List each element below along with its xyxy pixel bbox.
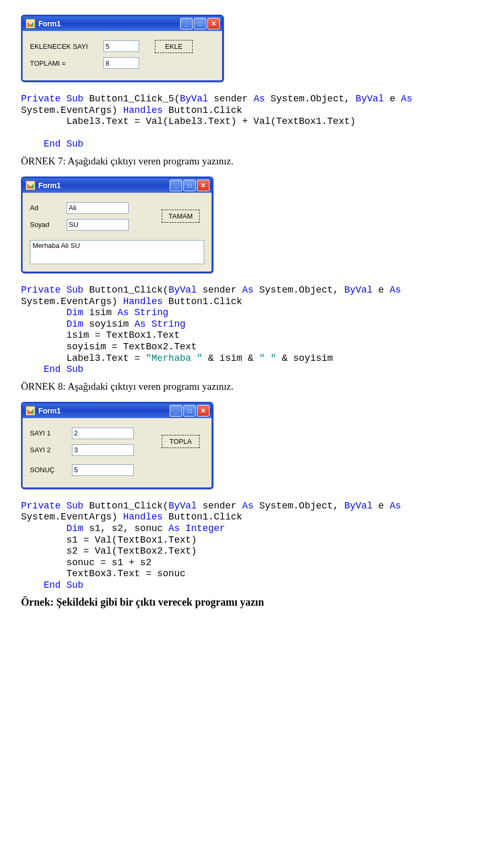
ornek-7-text: ÖRNEK 7: Aşağıdaki çıktıyı veren program… — [21, 155, 483, 167]
label-toplam: TOPLAMI = — [30, 59, 103, 67]
minimize-icon[interactable]: _ — [170, 405, 182, 417]
form3-titlebar[interactable]: Form1 _ □ ✕ — [23, 403, 212, 418]
maximize-icon[interactable]: □ — [183, 180, 196, 191]
form2-titlebar[interactable]: Form1 _ □ ✕ — [23, 178, 212, 193]
form2-title: Form1 — [38, 181, 61, 190]
label-sayi2: SAYI 2 — [30, 446, 72, 454]
minimize-icon[interactable]: _ — [180, 18, 193, 29]
input-sonuc[interactable] — [72, 464, 134, 476]
input-sayi1[interactable] — [72, 428, 134, 439]
form1-titlebar[interactable]: Form1 _ □ ✕ — [23, 16, 222, 31]
form3-title: Form1 — [38, 407, 61, 415]
ornek-last-text: Örnek: Şekildeki gibi bir çıktı verecek … — [21, 596, 483, 608]
input-ad[interactable] — [67, 202, 129, 214]
label-soyad: Soyad — [30, 221, 67, 228]
form1-window: Form1 _ □ ✕ EKLENECEK SAYI EKLE TOPLAMI … — [21, 15, 224, 82]
input-soyad[interactable] — [67, 219, 129, 231]
minimize-icon[interactable]: _ — [170, 180, 182, 191]
label-eklenecek-sayi: EKLENECEK SAYI — [30, 43, 103, 50]
close-icon[interactable]: ✕ — [197, 405, 209, 417]
app-icon — [26, 19, 35, 28]
ekle-button[interactable]: EKLE — [155, 40, 193, 53]
maximize-icon[interactable]: □ — [194, 18, 206, 29]
tamam-button[interactable]: TAMAM — [162, 210, 200, 223]
ornek-8-text: ÖRNEK 8: Aşağıdaki çıktıyı veren program… — [21, 381, 483, 392]
input-toplam[interactable] — [103, 57, 139, 69]
form2-window: Form1 _ □ ✕ Ad Soyad TAMAM — [21, 176, 213, 273]
form1-title: Form1 — [38, 19, 61, 28]
label-sonuc: SONUÇ — [30, 466, 72, 474]
input-sayi2[interactable] — [72, 444, 134, 456]
code-block-3: Private Sub Button1_Click(ByVal sender A… — [21, 501, 483, 591]
output-memo[interactable]: Merhaba Ali SU — [30, 240, 204, 264]
code-block-1: Private Sub Button1_Click_5(ByVal sender… — [21, 93, 483, 150]
label-sayi1: SAYI 1 — [30, 429, 72, 437]
app-icon — [26, 181, 35, 190]
label-ad: Ad — [30, 204, 67, 212]
topla-button[interactable]: TOPLA — [162, 435, 200, 448]
code-block-2: Private Sub Button1_Click(ByVal sender A… — [21, 285, 483, 376]
input-eklenecek-sayi[interactable] — [103, 40, 139, 52]
app-icon — [26, 406, 35, 415]
maximize-icon[interactable]: □ — [183, 405, 196, 417]
close-icon[interactable]: ✕ — [207, 18, 220, 29]
close-icon[interactable]: ✕ — [197, 180, 209, 191]
form3-window: Form1 _ □ ✕ SAYI 1 SAYI 2 T — [21, 402, 213, 489]
